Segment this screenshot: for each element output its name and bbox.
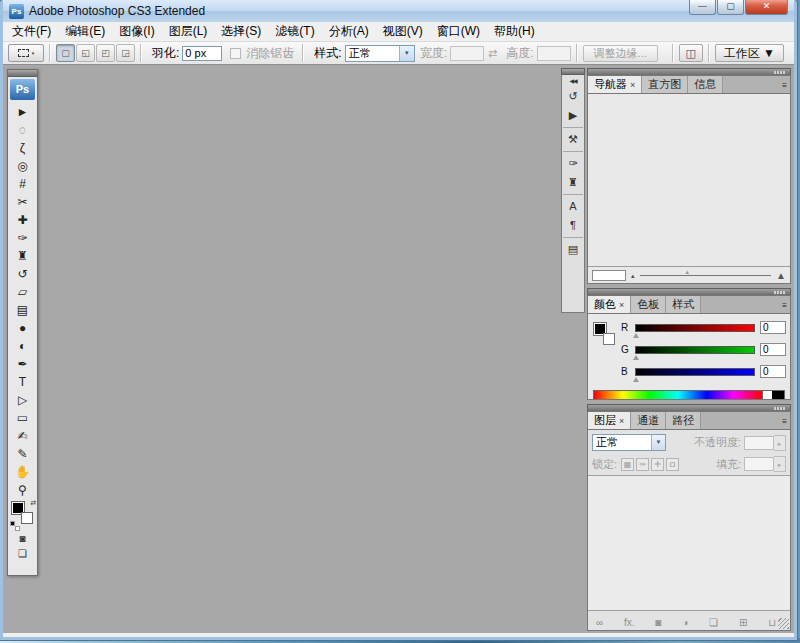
path-selection-tool[interactable]: ▷: [8, 390, 37, 408]
opacity-input[interactable]: [744, 436, 774, 450]
panel-drag-bar[interactable]: [587, 404, 791, 411]
layer-style-icon[interactable]: fx.: [624, 612, 635, 630]
tab-close-icon[interactable]: ×: [619, 416, 624, 426]
quick-selection-tool[interactable]: ◎: [8, 156, 37, 174]
menu-view[interactable]: 视图(V): [376, 21, 430, 42]
blend-mode-select[interactable]: 正常 ▼: [592, 434, 666, 451]
tab-histogram[interactable]: 直方图: [642, 76, 688, 93]
history-panel-icon[interactable]: ↺: [563, 86, 583, 105]
brushes-panel-icon[interactable]: ✑: [563, 151, 583, 172]
type-tool[interactable]: T: [8, 372, 37, 390]
panel-resize-grip[interactable]: [778, 618, 789, 629]
layer-comps-panel-icon[interactable]: ▤: [563, 237, 583, 258]
chevron-down-icon[interactable]: ▼: [399, 46, 414, 61]
lock-transparent-pixels-icon[interactable]: ▦: [621, 458, 634, 471]
crop-tool[interactable]: #: [8, 174, 37, 192]
swap-colors-icon[interactable]: ⇄: [30, 499, 36, 507]
red-slider[interactable]: [635, 324, 755, 332]
slider-thumb[interactable]: ▲: [684, 269, 690, 275]
green-value-input[interactable]: [760, 343, 786, 356]
move-tool[interactable]: ►: [8, 102, 37, 120]
opacity-slider-icon[interactable]: ▸: [774, 435, 786, 451]
bridge-button[interactable]: ◫: [679, 44, 703, 62]
layers-list[interactable]: [588, 475, 790, 611]
eraser-tool[interactable]: ▱: [8, 282, 37, 300]
intersect-selection-button[interactable]: ◲: [116, 44, 135, 62]
brush-tool[interactable]: ✑: [8, 228, 37, 246]
tab-close-icon[interactable]: ×: [630, 80, 635, 90]
menu-image[interactable]: 图像(I): [112, 21, 161, 42]
panel-drag-bar[interactable]: [587, 288, 791, 295]
color-spectrum-bar[interactable]: [593, 390, 785, 400]
default-colors-icon[interactable]: [10, 521, 20, 531]
navigator-zoom-slider[interactable]: ▲: [640, 275, 772, 276]
blur-tool[interactable]: ●: [8, 318, 37, 336]
tab-layers[interactable]: 图层 ×: [588, 412, 631, 429]
delete-layer-icon[interactable]: ⊔: [768, 612, 776, 630]
link-layers-icon[interactable]: ∞: [596, 612, 603, 630]
spectrum-gradient[interactable]: [594, 391, 762, 400]
lock-position-icon[interactable]: ✛: [651, 458, 664, 471]
notes-tool[interactable]: ✍: [8, 426, 37, 444]
swap-dimensions-icon[interactable]: ⇄: [488, 47, 497, 60]
tab-styles[interactable]: 样式: [666, 296, 701, 313]
panel-menu-icon[interactable]: ≡: [782, 81, 787, 90]
tab-paths[interactable]: 路径: [666, 412, 701, 429]
tab-swatches[interactable]: 色板: [631, 296, 666, 313]
healing-brush-tool[interactable]: ✚: [8, 210, 37, 228]
lock-image-pixels-icon[interactable]: ✑: [636, 458, 649, 471]
gradient-tool[interactable]: ▤: [8, 300, 37, 318]
fill-combo[interactable]: ▸: [744, 456, 786, 472]
white-swatch[interactable]: [762, 391, 772, 400]
feather-input[interactable]: [182, 46, 222, 61]
minimize-button[interactable]: —: [689, 0, 716, 15]
lock-all-icon[interactable]: Ω: [666, 458, 679, 471]
chevron-down-icon[interactable]: ▼: [651, 435, 665, 450]
fill-slider-icon[interactable]: ▸: [774, 456, 786, 472]
menu-help[interactable]: 帮助(H): [487, 21, 542, 42]
ps-logo-button[interactable]: Ps: [10, 79, 35, 100]
navigator-zoom-input[interactable]: [592, 270, 626, 281]
close-button[interactable]: ✕: [745, 0, 788, 15]
panel-drag-bar[interactable]: [587, 68, 791, 75]
menu-layer[interactable]: 图层(L): [162, 21, 215, 42]
style-select[interactable]: 正常 ▼: [345, 45, 415, 62]
black-swatch[interactable]: [772, 391, 784, 400]
hand-tool[interactable]: ✋: [8, 462, 37, 480]
refine-edge-button[interactable]: 调整边缘...: [583, 45, 658, 62]
slider-thumb[interactable]: [633, 333, 639, 338]
eyedropper-tool[interactable]: ✎: [8, 444, 37, 462]
history-brush-tool[interactable]: ↺: [8, 264, 37, 282]
slider-thumb[interactable]: [633, 355, 639, 360]
blue-value-input[interactable]: [760, 365, 786, 378]
expand-dock-icon[interactable]: ◀◀: [569, 76, 576, 86]
adjustment-layer-icon[interactable]: ◑: [682, 612, 688, 630]
toolbox-drag-bar[interactable]: [8, 70, 37, 77]
paragraph-panel-icon[interactable]: ¶: [563, 215, 583, 234]
menu-filter[interactable]: 滤镜(T): [268, 21, 321, 42]
tab-channels[interactable]: 通道: [631, 412, 666, 429]
fill-input[interactable]: [744, 457, 774, 471]
shape-tool[interactable]: ▭: [8, 408, 37, 426]
zoom-out-icon[interactable]: ▴: [631, 267, 635, 284]
marquee-tool[interactable]: ◌: [8, 120, 37, 138]
new-selection-button[interactable]: ▢: [56, 44, 75, 62]
menu-edit[interactable]: 编辑(E): [58, 21, 112, 42]
width-input[interactable]: [450, 46, 484, 61]
menu-file[interactable]: 文件(F): [5, 21, 58, 42]
opacity-combo[interactable]: ▸: [744, 435, 786, 451]
quick-mask-button[interactable]: ◙: [8, 531, 37, 546]
new-group-icon[interactable]: ❏: [709, 612, 718, 630]
blue-slider[interactable]: [635, 368, 755, 376]
actions-panel-icon[interactable]: ▶: [563, 105, 583, 124]
panel-menu-icon[interactable]: ≡: [782, 417, 787, 426]
clone-stamp-tool[interactable]: ♜: [8, 246, 37, 264]
antialias-checkbox[interactable]: [230, 48, 241, 59]
zoom-tool[interactable]: ⚲: [8, 480, 37, 498]
add-to-selection-button[interactable]: ◱: [76, 44, 95, 62]
red-value-input[interactable]: [760, 321, 786, 334]
slice-tool[interactable]: ✂: [8, 192, 37, 210]
new-layer-icon[interactable]: ⊞: [739, 612, 747, 630]
workspace-button[interactable]: 工作区 ▼: [715, 44, 784, 62]
menu-window[interactable]: 窗口(W): [430, 21, 487, 42]
